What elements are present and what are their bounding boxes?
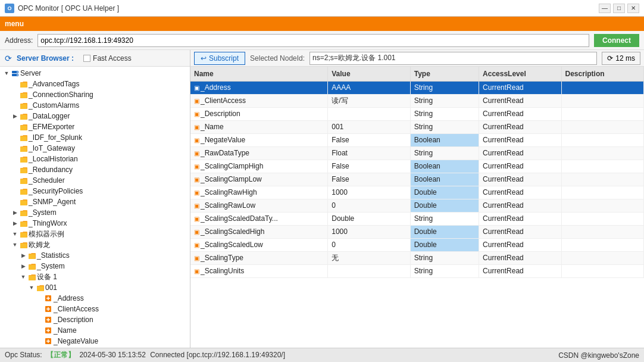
table-row[interactable]: ▣_ScalingClampHighFalseBooleanCurrentRea… — [190, 160, 644, 173]
tree-expander[interactable]: ▶ — [11, 112, 19, 120]
tree-expander[interactable] — [36, 305, 44, 313]
table-row[interactable]: ▣_ScalingUnitsStringCurrentRead — [190, 264, 644, 277]
table-row[interactable]: ▣_ScalingClampLowFalseBooleanCurrentRead — [190, 173, 644, 186]
tree-item[interactable]: _AdvancedTags — [0, 79, 190, 89]
tree-item[interactable]: ▼欧姆龙 — [0, 239, 190, 250]
table-row[interactable]: ▣_ScalingScaledHigh1000DoubleCurrentRead — [190, 225, 644, 238]
tree-item[interactable]: ▶_System — [0, 261, 190, 272]
fast-access-checkbox[interactable] — [83, 55, 90, 62]
tree-item[interactable]: _EFMExporter — [0, 121, 190, 132]
tree-expander[interactable] — [11, 166, 19, 174]
tree-item[interactable]: ▼模拟器示例 — [0, 229, 190, 239]
table-row[interactable]: ▣_ScalingRawLow0DoubleCurrentRead — [190, 199, 644, 212]
tree-expander[interactable] — [11, 133, 19, 142]
tree-expander[interactable]: ▶ — [11, 219, 19, 227]
table-row[interactable]: ▣_ScalingRawHigh1000DoubleCurrentRead — [190, 186, 644, 199]
cell-value: 1000 — [328, 186, 410, 199]
subscribe-button[interactable]: ↩ Subscript — [194, 52, 245, 65]
table-row[interactable]: ▣_Name001StringCurrentRead — [190, 120, 644, 133]
tree-expander[interactable]: ▼ — [2, 69, 11, 77]
tree-item[interactable]: _Address — [0, 293, 190, 304]
data-table: Name Value Type AccessLevel Description … — [190, 67, 644, 278]
cell-description — [561, 81, 643, 94]
tree-item[interactable]: _Scheduler — [0, 175, 190, 186]
tree-item[interactable]: _Name — [0, 325, 190, 336]
tree-item[interactable]: ▼001 — [0, 282, 190, 293]
tree-item[interactable]: ▶_Statistics — [0, 250, 190, 261]
tree-expander[interactable]: ▶ — [19, 251, 27, 260]
cell-value: 001 — [328, 120, 410, 133]
tree-expander[interactable]: ▼ — [19, 273, 27, 281]
tree-expander[interactable] — [11, 101, 19, 110]
table-row[interactable]: ▣_ScalingScaledLow0DoubleCurrentRead — [190, 238, 644, 251]
table-row[interactable]: ▣_AddressAAAAStringCurrentRead — [190, 81, 644, 94]
cell-description — [561, 186, 643, 199]
row-tag-icon: ▣ — [194, 98, 199, 104]
server-browser-refresh-icon[interactable]: ⟳ — [5, 54, 12, 63]
tree-expander[interactable]: ▼ — [11, 241, 19, 249]
tree-expander[interactable] — [11, 187, 19, 195]
tree-item[interactable]: _ClientAccess — [0, 304, 190, 314]
tree-item[interactable]: _ConnectionSharing — [0, 89, 190, 100]
tree-item[interactable]: _RawDataType — [0, 347, 190, 348]
table-row[interactable]: ▣_ScalingScaledDataTy...DoubleStringCurr… — [190, 212, 644, 225]
table-row[interactable]: ▣_RawDataTypeFloatStringCurrentRead — [190, 146, 644, 160]
tree-expander[interactable]: ▶ — [19, 262, 27, 270]
tree-expander[interactable] — [11, 155, 19, 163]
tree-expander[interactable] — [11, 144, 19, 152]
tree-item[interactable]: _Redundancy — [0, 164, 190, 175]
cell-type: Double — [410, 225, 479, 238]
cell-name: ▣_ScalingRawHigh — [190, 186, 328, 199]
cell-name: ▣_ScalingRawLow — [190, 199, 328, 212]
tree-expander[interactable] — [11, 198, 19, 206]
table-container[interactable]: Name Value Type AccessLevel Description … — [190, 67, 644, 348]
tree-item[interactable]: ▶_System — [0, 207, 190, 218]
cell-value — [328, 107, 410, 120]
tree-expander[interactable] — [36, 326, 44, 335]
close-button[interactable]: ✕ — [627, 4, 639, 13]
table-row[interactable]: ▣_NegateValueFalseBooleanCurrentRead — [190, 133, 644, 146]
tree-expander[interactable]: ▼ — [27, 283, 36, 292]
tree-item[interactable]: ▼Server — [0, 68, 190, 79]
table-row[interactable]: ▣_ClientAccess读/写StringCurrentRead — [190, 94, 644, 107]
tree-item[interactable]: _SecurityPolicies — [0, 186, 190, 196]
status-label: Opc Status: — [5, 351, 42, 359]
tree-expander[interactable] — [11, 90, 19, 99]
tree-expander[interactable] — [36, 337, 44, 345]
connect-button[interactable]: Connect — [594, 34, 639, 47]
row-tag-icon: ▣ — [194, 137, 199, 143]
tree-expander[interactable]: ▼ — [11, 230, 19, 238]
tree-item[interactable]: _LocalHistorian — [0, 154, 190, 164]
refresh-button[interactable]: ⟳ 12 ms — [602, 52, 640, 65]
tree-item[interactable]: _NegateValue — [0, 336, 190, 347]
tree-item[interactable]: ▼设备 1 — [0, 272, 190, 282]
tree-expander[interactable] — [36, 316, 44, 324]
tree-item[interactable]: _Description — [0, 314, 190, 325]
tree-expander[interactable] — [11, 80, 19, 88]
tree-expander[interactable] — [11, 176, 19, 185]
tree-expander[interactable]: ▶ — [11, 208, 19, 217]
tree-expander[interactable] — [36, 294, 44, 302]
tree-item[interactable]: _CustomAlarms — [0, 100, 190, 111]
table-row[interactable]: ▣_DescriptionStringCurrentRead — [190, 107, 644, 120]
cell-name: ▣_ScalingScaledLow — [190, 238, 328, 251]
tree-expander[interactable] — [11, 123, 19, 131]
cell-value: Double — [328, 212, 410, 225]
tree-item[interactable]: _IoT_Gateway — [0, 143, 190, 154]
tree-item[interactable]: _SNMP_Agent — [0, 196, 190, 207]
tree-item[interactable]: ▶_ThingWorx — [0, 218, 190, 229]
maximize-button[interactable]: □ — [613, 4, 625, 13]
left-toolbar: ⟳ Server Browser : Fast Access — [0, 50, 190, 67]
address-input[interactable] — [37, 34, 589, 47]
selected-node-input[interactable] — [310, 52, 597, 65]
cell-access: CurrentRead — [479, 133, 561, 146]
menu-item[interactable]: menu — [5, 20, 24, 28]
tree-item[interactable]: _IDF_for_Splunk — [0, 132, 190, 143]
fast-access-checkbox-container[interactable]: Fast Access — [83, 54, 132, 63]
minimize-button[interactable]: — — [599, 4, 611, 13]
cell-type: Double — [410, 186, 479, 199]
col-type: Type — [410, 67, 479, 81]
tree-item[interactable]: ▶_DataLogger — [0, 111, 190, 121]
table-row[interactable]: ▣_ScalingType无StringCurrentRead — [190, 251, 644, 264]
tree-container[interactable]: ▼Server_AdvancedTags_ConnectionSharing_C… — [0, 67, 190, 348]
